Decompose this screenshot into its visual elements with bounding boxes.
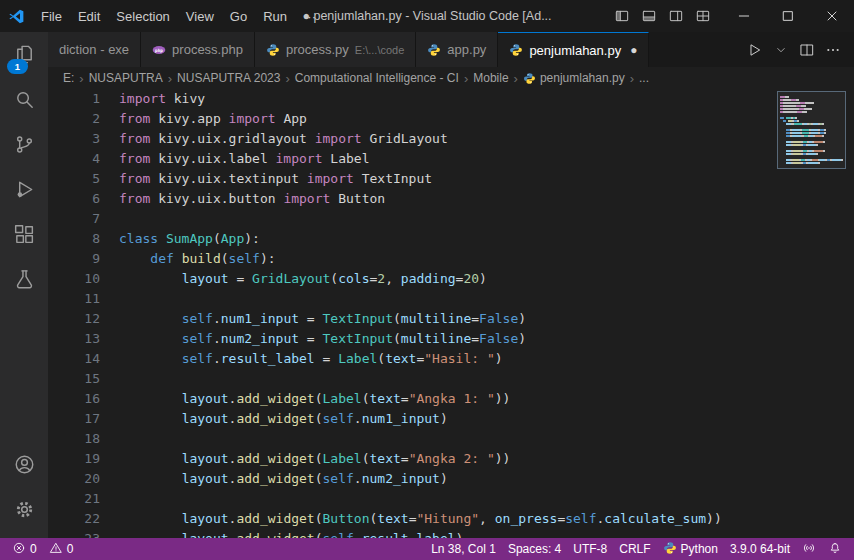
code-line[interactable]: 4from kivy.uix.label import Label bbox=[48, 149, 774, 169]
code-line[interactable]: 8class SumApp(App): bbox=[48, 229, 774, 249]
breadcrumb-item[interactable]: Computational Intelligence - CI bbox=[295, 71, 459, 85]
minimize-button[interactable] bbox=[722, 0, 766, 32]
menu-view[interactable]: View bbox=[178, 6, 222, 27]
code-line[interactable]: 11 bbox=[48, 289, 774, 309]
activity-account[interactable] bbox=[0, 444, 48, 489]
tab-app-py[interactable]: app.py bbox=[416, 32, 498, 67]
close-button[interactable] bbox=[810, 0, 854, 32]
code-line[interactable]: 7 bbox=[48, 209, 774, 229]
account-icon bbox=[13, 453, 36, 480]
menu-edit[interactable]: Edit bbox=[70, 6, 108, 27]
tab-process-py[interactable]: process.pyE:\...\code bbox=[255, 32, 416, 67]
status-encoding[interactable]: UTF-8 bbox=[567, 538, 613, 560]
code-line[interactable]: 19 layout.add_widget(Label(text="Angka 2… bbox=[48, 449, 774, 469]
activity-extensions[interactable] bbox=[0, 214, 48, 259]
status-cursor-position[interactable]: Ln 38, Col 1 bbox=[425, 538, 502, 560]
tab-process-php[interactable]: phpprocess.php bbox=[141, 32, 255, 67]
tab-penjumlahan-py[interactable]: penjumlahan.py● bbox=[498, 32, 649, 67]
breadcrumb-label: ... bbox=[639, 71, 649, 85]
status-text: Python bbox=[681, 542, 718, 556]
code-line[interactable]: 2from kivy.app import App bbox=[48, 109, 774, 129]
code-line[interactable]: 21 bbox=[48, 489, 774, 509]
editor-more-actions-button[interactable] bbox=[821, 37, 845, 63]
layout-panel-icon[interactable] bbox=[635, 3, 662, 30]
code-line[interactable]: 13 self.num2_input = TextInput(multiline… bbox=[48, 329, 774, 349]
code-line[interactable]: 6from kivy.uix.button import Button bbox=[48, 189, 774, 209]
code-line[interactable]: 18 bbox=[48, 429, 774, 449]
code-text bbox=[100, 289, 119, 309]
status-notifications[interactable] bbox=[822, 538, 848, 560]
breadcrumb-item[interactable]: NUSAPUTRA 2023 bbox=[177, 71, 280, 85]
tab-bar: diction - exephpprocess.phpprocess.pyE:\… bbox=[48, 32, 854, 67]
run-python-file-button[interactable] bbox=[743, 37, 767, 63]
activity-explorer[interactable]: 1 bbox=[0, 34, 48, 79]
code-line[interactable]: 10 layout = GridLayout(cols=2, padding=2… bbox=[48, 269, 774, 289]
minimap-line bbox=[780, 102, 843, 104]
status-text: Ln 38, Col 1 bbox=[431, 542, 496, 556]
code-line[interactable]: 12 self.num1_input = TextInput(multiline… bbox=[48, 309, 774, 329]
activity-source-control[interactable] bbox=[0, 124, 48, 169]
breadcrumb-item[interactable]: penjumlahan.py bbox=[523, 71, 625, 85]
line-number: 17 bbox=[48, 409, 100, 429]
status-eol[interactable]: CRLF bbox=[613, 538, 656, 560]
minimap-line bbox=[780, 138, 843, 140]
layout-sidebar-right-icon[interactable] bbox=[662, 3, 689, 30]
layout-sidebar-left-icon[interactable] bbox=[608, 3, 635, 30]
split-editor-button[interactable] bbox=[795, 37, 819, 63]
code-area[interactable]: 1import kivy2from kivy.app import App3fr… bbox=[48, 89, 774, 538]
modified-dot[interactable]: ● bbox=[630, 43, 637, 57]
status-remote-indicator[interactable] bbox=[796, 538, 822, 560]
minimap-line bbox=[780, 147, 843, 149]
menu-file[interactable]: File bbox=[33, 6, 70, 27]
tab-path: E:\...\code bbox=[355, 44, 405, 56]
minimap-line bbox=[780, 162, 843, 164]
code-line[interactable]: 20 layout.add_widget(self.num2_input) bbox=[48, 469, 774, 489]
minimap-line bbox=[780, 129, 843, 131]
layout-controls bbox=[608, 3, 716, 30]
chevron-right-icon: › bbox=[464, 71, 468, 86]
code-line[interactable]: 9 def build(self): bbox=[48, 249, 774, 269]
breadcrumb-item[interactable]: Mobile bbox=[473, 71, 508, 85]
code-line[interactable]: 17 layout.add_widget(self.num1_input) bbox=[48, 409, 774, 429]
activity-run-and-debug[interactable] bbox=[0, 169, 48, 214]
code-line[interactable]: 22 layout.add_widget(Button(text="Hitung… bbox=[48, 509, 774, 529]
activity-search[interactable] bbox=[0, 79, 48, 124]
code-line[interactable]: 15 bbox=[48, 369, 774, 389]
menu-selection[interactable]: Selection bbox=[108, 6, 177, 27]
breadcrumb-item[interactable]: E: bbox=[63, 71, 74, 85]
activity-settings[interactable] bbox=[0, 489, 48, 534]
code-line[interactable]: 5from kivy.uix.textinput import TextInpu… bbox=[48, 169, 774, 189]
code-line[interactable]: 23 layout.add_widget(self.result_label) bbox=[48, 529, 774, 538]
activity-bar-bottom bbox=[0, 444, 48, 534]
line-number: 16 bbox=[48, 389, 100, 409]
code-line[interactable]: 14 self.result_label = Label(text="Hasil… bbox=[48, 349, 774, 369]
code-text: layout.add_widget(self.num2_input) bbox=[100, 469, 448, 489]
status-problems-errors[interactable]: 0 bbox=[6, 538, 43, 560]
status-indentation[interactable]: Spaces: 4 bbox=[502, 538, 567, 560]
status-bar: 00 Ln 38, Col 1Spaces: 4UTF-8CRLFPython3… bbox=[0, 538, 854, 560]
minimap-line bbox=[780, 156, 843, 158]
code-line[interactable]: 1import kivy bbox=[48, 89, 774, 109]
menu-bar: FileEditSelectionViewGoRun··· bbox=[33, 6, 324, 27]
code-line[interactable]: 16 layout.add_widget(Label(text="Angka 1… bbox=[48, 389, 774, 409]
code-line[interactable]: 3from kivy.uix.gridlayout import GridLay… bbox=[48, 129, 774, 149]
maximize-button[interactable] bbox=[766, 0, 810, 32]
menu-more[interactable]: ··· bbox=[295, 6, 324, 27]
status-problems-warnings[interactable]: 0 bbox=[43, 538, 80, 560]
run-options-button[interactable] bbox=[769, 37, 793, 63]
activity-testing[interactable] bbox=[0, 259, 48, 304]
minimap-lines bbox=[777, 91, 846, 169]
beaker-icon bbox=[13, 268, 36, 295]
status-python-interpreter[interactable]: 3.9.0 64-bit bbox=[724, 538, 796, 560]
breadcrumb-item[interactable]: ... bbox=[639, 71, 649, 85]
minimap-line bbox=[780, 96, 843, 98]
menu-run[interactable]: Run bbox=[255, 6, 295, 27]
minimap-line bbox=[780, 108, 843, 110]
error-icon bbox=[12, 541, 26, 558]
breadcrumb-item[interactable]: NUSAPUTRA bbox=[89, 71, 163, 85]
minimap[interactable] bbox=[774, 89, 854, 538]
menu-go[interactable]: Go bbox=[222, 6, 255, 27]
tab-diction-exe[interactable]: diction - exe bbox=[48, 32, 141, 67]
layout-grid-icon[interactable] bbox=[689, 3, 716, 30]
status-language-mode[interactable]: Python bbox=[657, 538, 724, 560]
